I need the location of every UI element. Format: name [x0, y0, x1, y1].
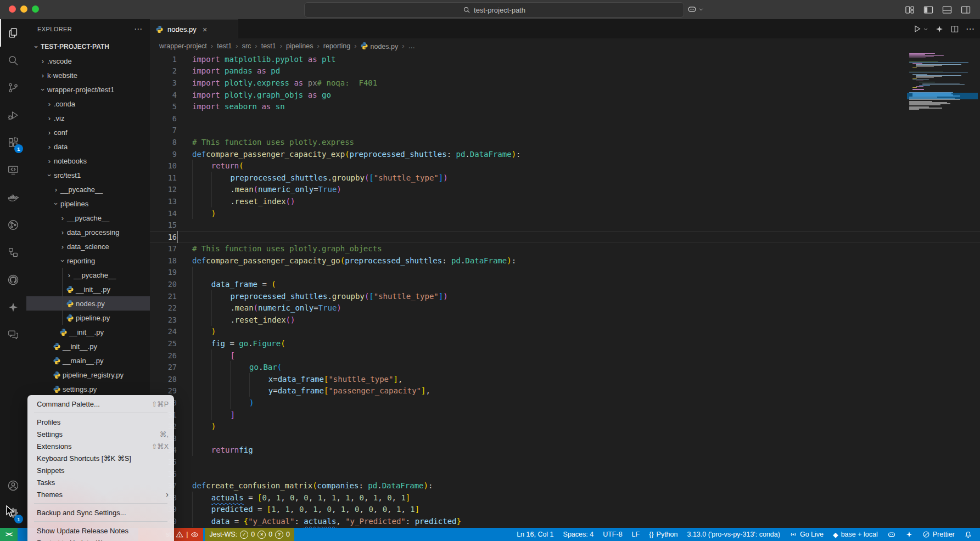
code-line-8[interactable]: 8 # This function uses plotly.express — [150, 136, 980, 148]
tree-item-notebooks[interactable]: ›notebooks — [26, 154, 150, 168]
code-line-23[interactable]: 23 .reset_index() — [150, 314, 980, 326]
tree-item--viz[interactable]: ›.viz — [26, 111, 150, 125]
activity-explorer[interactable] — [0, 19, 26, 47]
code-line-35[interactable]: 35 — [150, 456, 980, 468]
activity-github[interactable] — [0, 266, 26, 294]
code-line-24[interactable]: 24 ) — [150, 326, 980, 338]
prettier-status[interactable]: Prettier — [922, 531, 955, 538]
activity-extensions[interactable]: 1 — [0, 129, 26, 156]
tree-item-src-test1[interactable]: ›src/test1 — [26, 168, 150, 182]
code-line-28[interactable]: 28 x=data_frame["shuttle_type"], — [150, 373, 980, 385]
code-line-34[interactable]: 34 return fig — [150, 444, 980, 457]
tree-item-conf[interactable]: ›conf — [26, 125, 150, 139]
customize-layout-icon[interactable] — [903, 3, 916, 16]
code-line-4[interactable]: 4 import plotly.graph_objs as go — [150, 89, 980, 101]
code-line-26[interactable]: 26 [ — [150, 350, 980, 362]
breadcrumb-item[interactable]: nodes.py — [360, 42, 398, 50]
code-line-13[interactable]: 13 .reset_index() — [150, 195, 980, 207]
cursor-position-status[interactable]: Ln 16, Col 1 — [517, 531, 553, 538]
activity-copilot[interactable] — [0, 294, 26, 321]
code-line-6[interactable]: 6 — [150, 112, 980, 125]
code-line-27[interactable]: 27 go.Bar( — [150, 361, 980, 373]
code-line-7[interactable]: 7 — [150, 125, 980, 137]
copilot-menu-button[interactable] — [687, 4, 704, 14]
breadcrumb-item[interactable]: … — [408, 42, 416, 50]
tree-item-data[interactable]: ›data — [26, 139, 150, 154]
split-editor-button[interactable] — [950, 25, 959, 33]
code-line-30[interactable]: 30 ) — [150, 397, 980, 409]
code-line-25[interactable]: 25 fig = go.Figure( — [150, 337, 980, 350]
code-line-12[interactable]: 12 .mean(numeric_only=True) — [150, 184, 980, 196]
code-line-10[interactable]: 10 return ( — [150, 160, 980, 172]
activity-run-debug[interactable] — [0, 102, 26, 129]
code-line-33[interactable]: 33 — [150, 432, 980, 444]
activity-comments[interactable] — [0, 321, 26, 348]
menu-item-backup-and-sync-settings-[interactable]: Backup and Sync Settings... — [27, 506, 174, 519]
jest-ws-status[interactable]: Jest-WS: ✓0 ×0 ?0 — [205, 528, 294, 541]
code-line-36[interactable]: 36 — [150, 468, 980, 480]
menu-item-show-update-release-notes[interactable]: Show Update Release Notes — [27, 525, 174, 537]
sparkle-status-icon[interactable] — [905, 531, 913, 538]
code-line-22[interactable]: 22 .mean(numeric_only=True) — [150, 302, 980, 314]
code-editor[interactable]: 1 import matplotlib.pyplot as plt 2 impo… — [150, 53, 980, 528]
code-line-31[interactable]: 31 ] — [150, 409, 980, 421]
zoom-window-button[interactable] — [32, 5, 39, 13]
tree-item-pipeline-registry-py[interactable]: pipeline_registry.py — [26, 368, 150, 382]
toggle-panel-icon[interactable] — [940, 3, 954, 16]
conda-env-status[interactable]: ◆base + local — [833, 531, 878, 539]
code-line-40[interactable]: 40 data = {"y_Actual": actuals, "y_Predi… — [150, 515, 980, 527]
indentation-status[interactable]: Spaces: 4 — [563, 531, 594, 538]
code-line-38[interactable]: 38 actuals = [0, 1, 0, 0, 1, 1, 1, 0, 1,… — [150, 492, 980, 504]
menu-item-restart-to-update-1-[interactable]: Restart to Update (1) — [27, 537, 174, 541]
close-window-button[interactable] — [9, 5, 16, 13]
code-line-32[interactable]: 32 ) — [150, 420, 980, 432]
remote-indicator[interactable]: >< — [0, 528, 18, 541]
tree-item--pycache-[interactable]: ›__pycache__ — [26, 182, 150, 196]
code-line-18[interactable]: 18 def compare_passenger_capacity_go(pre… — [150, 255, 980, 267]
more-actions-icon[interactable]: ⋯ — [966, 24, 975, 34]
language-status[interactable]: {}Python — [649, 531, 677, 538]
menu-item-tasks[interactable]: Tasks — [27, 476, 174, 488]
minimap[interactable] — [909, 53, 975, 528]
tree-item--init-py[interactable]: __init__.py — [26, 325, 150, 339]
code-line-5[interactable]: 5 import seaborn as sn — [150, 100, 980, 112]
menu-item-themes[interactable]: Themes› — [27, 488, 174, 500]
breadcrumb-item[interactable]: test1 — [217, 42, 232, 50]
code-line-39[interactable]: 39 predicted = [1, 1, 0, 1, 0, 1, 0, 0, … — [150, 504, 980, 516]
tree-item--init-py[interactable]: __init__.py — [26, 282, 150, 296]
menu-item-command-palette-[interactable]: Command Palette...⇧⌘P — [27, 398, 174, 410]
breadcrumb-item[interactable]: test1 — [261, 42, 276, 50]
menu-item-profiles[interactable]: Profiles — [27, 416, 174, 428]
toggle-sidebar-icon[interactable] — [922, 3, 935, 16]
tree-item-settings-py[interactable]: settings.py — [26, 382, 150, 396]
tree-item--conda[interactable]: ›.conda — [26, 97, 150, 111]
code-line-3[interactable]: 3 import plotly.express as px # noqa: F4… — [150, 77, 980, 89]
code-line-9[interactable]: 9 def compare_passenger_capacity_exp(pre… — [150, 148, 980, 160]
minimize-window-button[interactable] — [20, 5, 27, 13]
tree-item-pipeline-py[interactable]: pipeline.py — [26, 311, 150, 325]
tree-item-reporting[interactable]: ›reporting — [26, 253, 150, 268]
tree-item--pycache-[interactable]: ›__pycache__ — [26, 211, 150, 225]
menu-item-snippets[interactable]: Snippets — [27, 464, 174, 476]
breadcrumb-item[interactable]: pipelines — [286, 42, 313, 50]
menu-item-extensions[interactable]: Extensions⇧⌘X — [27, 440, 174, 452]
activity-hierarchy[interactable] — [0, 239, 26, 266]
tree-item-k-website[interactable]: ›k-website — [26, 68, 150, 82]
code-line-17[interactable]: 17 # This function uses plotly.graph_obj… — [150, 243, 980, 255]
tab-nodes-py[interactable]: nodes.py × — [150, 19, 238, 38]
code-line-37[interactable]: 37 def create_confusion_matrix(companies… — [150, 480, 980, 492]
activity-project-circle[interactable] — [0, 211, 26, 239]
menu-item-settings[interactable]: Settings⌘, — [27, 428, 174, 440]
tree-item-data-processing[interactable]: ›data_processing — [26, 225, 150, 239]
code-line-19[interactable]: 19 — [150, 267, 980, 279]
encoding-status[interactable]: UTF-8 — [603, 531, 622, 538]
code-line-11[interactable]: 11 preprocessed_shuttles.groupby(["shutt… — [150, 172, 980, 184]
activity-account[interactable] — [0, 472, 26, 499]
code-line-29[interactable]: 29 y=data_frame["passenger_capacity"], — [150, 385, 980, 397]
tree-item-pipelines[interactable]: ›pipelines — [26, 196, 150, 211]
tree-item--vscode[interactable]: ›.vscode — [26, 54, 150, 68]
breadcrumb-item[interactable]: src — [242, 42, 251, 50]
activity-docker[interactable] — [0, 184, 26, 211]
notifications-bell-icon[interactable] — [964, 531, 972, 539]
run-python-button[interactable] — [912, 24, 928, 33]
